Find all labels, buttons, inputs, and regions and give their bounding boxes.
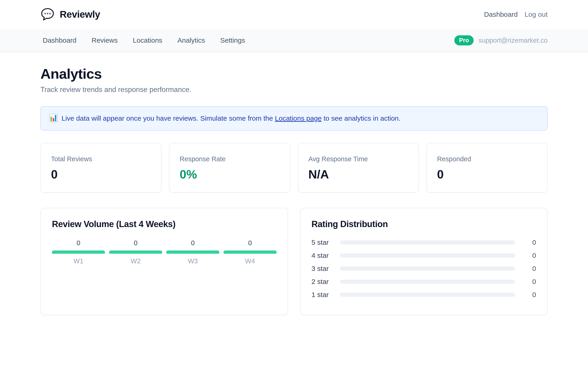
stat-card-avg-response-time: Avg Response Time N/A [298,143,419,193]
rating-distribution-title: Rating Distribution [311,219,536,229]
review-volume-chart: 0 W1 0 W2 0 W3 0 W4 [52,239,277,265]
banner-text-before: Live data will appear once you have revi… [61,115,275,122]
stat-value: 0 [51,168,151,180]
pro-plan-badge: Pro [454,35,473,45]
rating-track [340,240,515,244]
main-content: Analytics Track review trends and respon… [0,52,588,315]
logout-link[interactable]: Log out [525,10,548,18]
navbar: Dashboard Reviews Locations Analytics Se… [0,29,588,52]
rating-label: 4 star [311,252,340,259]
rating-count: 0 [515,278,536,286]
stat-card-responded: Responded 0 [426,143,548,193]
nav-user-area: Pro support@rizemarket.co [454,35,548,45]
stat-value: 0% [180,168,279,180]
rating-distribution-chart: 5 star 0 4 star 0 3 star 0 2 star [311,238,536,299]
volume-bar [109,250,162,254]
brand: Reviewly [40,7,100,22]
stat-value: N/A [309,168,408,180]
review-volume-panel: Review Volume (Last 4 Weeks) 0 W1 0 W2 0… [40,208,288,315]
volume-column-w2: 0 W2 [109,239,162,265]
page-subtitle: Track review trends and response perform… [40,85,548,94]
volume-week-label: W4 [224,257,277,265]
locations-page-link[interactable]: Locations page [275,115,322,122]
rating-count: 0 [515,252,536,259]
brand-name: Reviewly [60,9,100,20]
rating-count: 0 [515,239,536,246]
nav-item-settings[interactable]: Settings [220,36,245,44]
stat-label: Responded [437,155,537,163]
header-links: Dashboard Log out [484,10,548,18]
info-banner: Live data will appear once you have revi… [40,106,548,131]
rating-row-1-star: 1 star 0 [311,291,536,299]
rating-label: 5 star [311,239,340,246]
volume-bar [224,250,277,254]
nav-item-analytics[interactable]: Analytics [178,36,205,44]
volume-column-w1: 0 W1 [52,239,105,265]
rating-label: 3 star [311,265,340,273]
volume-bar [166,250,219,254]
nav-item-dashboard[interactable]: Dashboard [43,36,77,44]
page-title: Analytics [40,66,548,82]
bar-chart-icon [49,114,58,123]
speech-bubble-logo-icon [40,7,55,22]
stat-label: Response Rate [180,155,279,163]
volume-value: 0 [166,239,219,247]
volume-column-w4: 0 W4 [224,239,277,265]
banner-text-after: to see analytics in action. [321,115,401,122]
stat-label: Avg Response Time [309,155,408,163]
volume-week-label: W3 [166,257,219,265]
banner-text: Live data will appear once you have revi… [61,115,401,122]
top-header: Reviewly Dashboard Log out [0,0,588,29]
rating-track [340,293,515,297]
rating-count: 0 [515,291,536,299]
rating-row-2-star: 2 star 0 [311,277,536,286]
review-volume-title: Review Volume (Last 4 Weeks) [52,219,277,229]
nav-items: Dashboard Reviews Locations Analytics Se… [40,36,245,44]
rating-row-5-star: 5 star 0 [311,238,536,247]
rating-track [340,280,515,284]
volume-week-label: W2 [109,257,162,265]
nav-item-locations[interactable]: Locations [133,36,162,44]
volume-value: 0 [109,239,162,247]
rating-track [340,253,515,258]
volume-week-label: W1 [52,257,105,265]
rating-count: 0 [515,265,536,273]
stat-value: 0 [437,168,537,180]
volume-value: 0 [224,239,277,247]
stats-grid: Total Reviews 0 Response Rate 0% Avg Res… [40,143,548,193]
user-email: support@rizemarket.co [479,37,548,44]
volume-column-w3: 0 W3 [166,239,219,265]
rating-distribution-panel: Rating Distribution 5 star 0 4 star 0 3 … [300,208,548,315]
volume-bar [52,250,105,254]
stat-label: Total Reviews [51,155,151,163]
charts-grid: Review Volume (Last 4 Weeks) 0 W1 0 W2 0… [40,208,548,315]
rating-label: 1 star [311,291,340,299]
rating-track [340,267,515,271]
nav-item-reviews[interactable]: Reviews [92,36,118,44]
header-dashboard-link[interactable]: Dashboard [484,10,518,18]
rating-row-4-star: 4 star 0 [311,251,536,260]
stat-card-response-rate: Response Rate 0% [169,143,290,193]
volume-value: 0 [52,239,105,247]
rating-label: 2 star [311,278,340,286]
rating-row-3-star: 3 star 0 [311,265,536,273]
stat-card-total-reviews: Total Reviews 0 [40,143,162,193]
